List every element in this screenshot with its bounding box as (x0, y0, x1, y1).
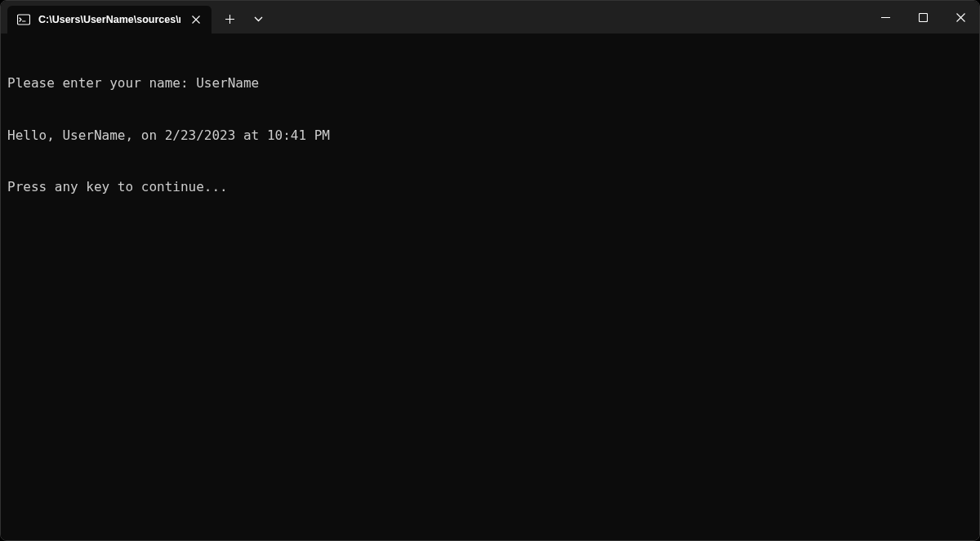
minimize-button[interactable] (866, 1, 904, 34)
chevron-down-icon (254, 16, 263, 22)
plus-icon (225, 15, 234, 24)
svg-rect-0 (18, 15, 30, 25)
maximize-button[interactable] (904, 1, 942, 34)
active-tab[interactable]: C:\Users\UserName\sources\r (7, 6, 212, 34)
terminal-line: Hello, UserName, on 2/23/2023 at 10:41 P… (7, 127, 973, 144)
new-tab-button[interactable] (216, 7, 243, 31)
terminal-line: Press any key to continue... (7, 178, 973, 195)
tab-title: C:\Users\UserName\sources\r (38, 14, 180, 25)
svg-rect-7 (919, 13, 927, 21)
terminal-icon (17, 13, 30, 26)
minimize-icon (881, 13, 890, 22)
titlebar: C:\Users\UserName\sources\r (1, 1, 979, 34)
tab-dropdown-button[interactable] (245, 7, 271, 31)
titlebar-drag-area[interactable] (271, 1, 866, 34)
tab-actions (212, 7, 271, 34)
window-controls (866, 1, 979, 34)
tab-area: C:\Users\UserName\sources\r (1, 1, 271, 34)
close-icon (192, 16, 200, 24)
terminal-line: Please enter your name: UserName (7, 74, 973, 92)
maximize-icon (919, 13, 928, 22)
close-icon (956, 13, 965, 22)
tab-close-button[interactable] (189, 12, 203, 27)
window-close-button[interactable] (942, 1, 979, 34)
terminal-output[interactable]: Please enter your name: UserName Hello, … (1, 34, 979, 540)
